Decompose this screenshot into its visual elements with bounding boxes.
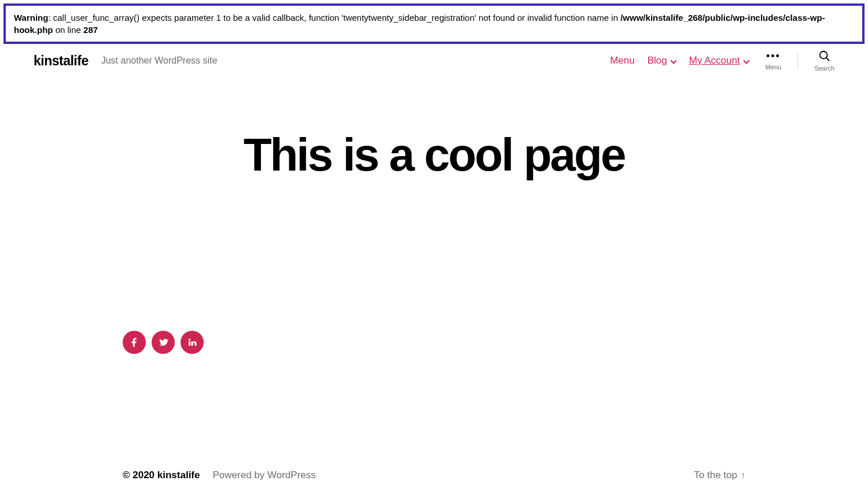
nav-blog[interactable]: Blog [648,55,676,66]
primary-nav: Menu Blog My Account [610,55,749,66]
svg-point-0 [819,51,827,59]
footer-copyright: © 2020 kinstalife [123,470,200,481]
nav-account-label: My Account [689,55,740,66]
menu-toggle-label: Menu [766,64,782,71]
nav-menu[interactable]: Menu [610,55,635,66]
chevron-down-icon [744,58,749,64]
linkedin-link[interactable] [181,331,204,354]
site-tagline: Just another WordPress site [101,56,218,66]
site-header: kinstalife Just another WordPress site M… [0,44,868,77]
warning-online: on line [53,25,84,35]
page-title: This is a cool page [0,130,868,180]
svg-line-1 [826,58,829,61]
site-footer: © 2020 kinstalife Powered by WordPress T… [0,470,868,481]
nav-blog-label: Blog [648,55,667,66]
facebook-icon [129,337,139,348]
php-warning-banner: Warning: call_user_func_array() expects … [3,3,865,44]
warning-msg: : call_user_func_array() expects paramet… [48,13,620,23]
facebook-link[interactable] [123,331,146,354]
menu-toggle[interactable]: ••• Menu [766,51,782,71]
to-top-label: To the top [694,470,737,481]
nav-my-account[interactable]: My Account [689,55,749,66]
to-top-link[interactable]: To the top ↑ [694,470,745,481]
twitter-icon [158,337,168,348]
search-toggle-label: Search [814,65,834,72]
header-divider [797,53,798,69]
search-toggle[interactable]: Search [814,50,834,72]
social-links [123,331,868,354]
footer-powered-link[interactable]: Powered by WordPress [213,470,316,481]
linkedin-icon [187,337,197,348]
search-icon [818,50,831,62]
warning-label: Warning [14,13,48,23]
warning-line-no: 287 [83,25,98,35]
arrow-up-icon: ↑ [741,470,745,480]
site-title-link[interactable]: kinstalife [34,53,89,69]
chevron-down-icon [671,58,676,64]
ellipsis-icon: ••• [766,51,781,61]
twitter-link[interactable] [152,331,175,354]
